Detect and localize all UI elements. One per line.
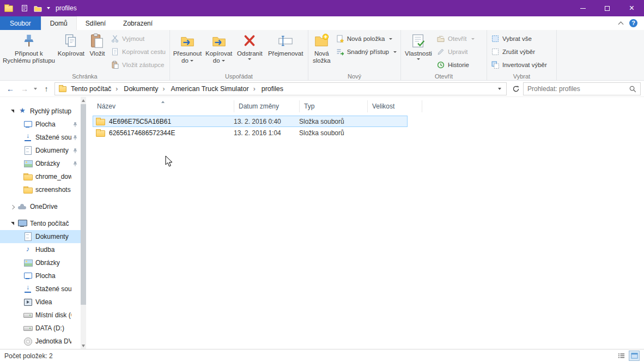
qat-new-folder-button[interactable] — [32, 2, 44, 14]
sidebar-item[interactable]: Obrázky — [0, 157, 81, 170]
sidebar-item-label: Videa — [35, 298, 71, 306]
breadcrumb-segment[interactable]: profiles — [258, 85, 285, 93]
new-folder-button[interactable]: Nová složka — [310, 31, 333, 71]
qat-customize-dropdown-icon[interactable] — [47, 7, 50, 9]
file-row[interactable]: 4E696E75C5A16B61 13. 2. 2016 0:40 Složka… — [93, 116, 408, 127]
invert-selection-button[interactable]: Invertovat výběr — [489, 59, 549, 71]
sidebar-item-label: Tento počítač — [30, 220, 71, 227]
file-list-pane[interactable]: Název Datum změny Typ Velikost 4E696E75C… — [86, 97, 644, 349]
sidebar-item[interactable]: chrome_downlo — [0, 170, 81, 183]
help-icon[interactable] — [629, 19, 637, 27]
invert-selection-icon — [491, 61, 500, 69]
up-button[interactable] — [39, 82, 53, 96]
breadcrumb-separator-icon[interactable] — [113, 85, 120, 93]
copy-button[interactable]: Kopírovat — [56, 31, 86, 71]
ribbon: Připnout k Rychlému přístupu Kopírovat V… — [0, 30, 644, 81]
minimize-button[interactable] — [570, 0, 595, 16]
main-area: Rychlý přístup Plocha Stažené soub Dokum… — [0, 97, 644, 349]
scrollbar-thumb[interactable] — [81, 104, 86, 305]
sidebar-item[interactable]: Hudba — [0, 243, 81, 256]
paste-button[interactable]: Vložit — [86, 31, 108, 71]
qat-properties-button[interactable] — [19, 2, 31, 14]
sidebar-item[interactable]: Plocha — [0, 269, 81, 282]
forward-button[interactable] — [17, 82, 32, 96]
select-all-icon — [491, 34, 500, 43]
file-row[interactable]: 62656174686572344E 13. 2. 2016 1:04 Slož… — [93, 127, 408, 138]
expand-chevron-icon[interactable] — [10, 221, 16, 227]
expand-chevron-icon[interactable] — [10, 204, 16, 210]
pin-to-quick-access-button[interactable]: Připnout k Rychlému přístupu — [2, 31, 56, 71]
select-none-button[interactable]: Zrušit výběr — [489, 46, 549, 58]
breadcrumb-segment[interactable]: Dokumenty — [120, 85, 160, 93]
refresh-button[interactable] — [509, 82, 523, 96]
breadcrumb-segment[interactable]: Tento počítač — [68, 85, 113, 93]
sidebar-item[interactable]: Videa — [0, 295, 81, 309]
breadcrumb: Tento počítačDokumentyAmerican Truck Sim… — [68, 83, 285, 95]
music-icon — [23, 245, 33, 254]
sidebar-item[interactable]: screenshots — [0, 183, 81, 196]
sidebar-item[interactable]: Stažené soub — [0, 131, 81, 144]
address-dropdown-icon[interactable] — [498, 88, 501, 90]
sidebar-item[interactable]: Tento počítač — [0, 217, 81, 230]
recent-locations-dropdown-icon[interactable] — [34, 88, 37, 90]
group-label-clipboard: Schránka — [0, 73, 169, 80]
breadcrumb-separator-icon[interactable] — [160, 85, 168, 93]
cloud-icon — [17, 202, 27, 211]
delete-button[interactable]: Odstranit — [235, 31, 265, 71]
sidebar-scrollbar[interactable] — [81, 97, 86, 349]
copy-path-button[interactable]: Kopírovat cestu — [108, 46, 168, 58]
new-item-button[interactable]: Nová položka — [333, 33, 399, 45]
edit-button[interactable]: Upravit — [434, 46, 477, 58]
sidebar-item[interactable]: Dokumenty — [0, 144, 81, 157]
history-button[interactable]: Historie — [434, 59, 477, 71]
close-button[interactable] — [619, 0, 644, 16]
sidebar-item[interactable]: OneDrive — [0, 200, 81, 213]
select-all-button[interactable]: Vybrat vše — [489, 33, 549, 45]
expand-chevron-icon[interactable] — [10, 108, 16, 114]
tab-file[interactable]: Soubor — [0, 16, 41, 30]
back-button[interactable] — [3, 82, 17, 96]
tab-view[interactable]: Zobrazení — [114, 16, 161, 30]
downloads-icon — [23, 285, 33, 293]
collapse-ribbon-icon[interactable] — [618, 21, 624, 27]
minimize-icon — [580, 8, 586, 9]
cut-button[interactable]: Vyjmout — [108, 33, 168, 45]
breadcrumb-separator-icon[interactable] — [251, 85, 258, 93]
scroll-up-icon[interactable] — [81, 97, 86, 104]
sidebar-item[interactable]: Plocha — [0, 118, 81, 131]
sidebar-item[interactable]: Rychlý přístup — [0, 105, 81, 118]
scroll-down-icon[interactable] — [81, 342, 86, 349]
thumbnails-view-button[interactable] — [629, 351, 640, 361]
easy-access-button[interactable]: Snadný přístup — [333, 46, 399, 58]
dropdown-icon — [389, 38, 392, 40]
sidebar-item-label: Plocha — [35, 120, 71, 128]
sidebar-item[interactable]: Dokumenty — [0, 230, 81, 243]
star-icon — [17, 107, 27, 116]
new-folder-icon — [313, 33, 330, 49]
rename-button[interactable]: Přejmenovat — [265, 31, 306, 71]
disk-icon — [23, 324, 33, 333]
sidebar-item[interactable]: Jednotka DVD RW — [0, 335, 81, 348]
column-header-type[interactable]: Typ — [300, 100, 368, 112]
sidebar-item[interactable]: Stažené soubory — [0, 282, 81, 295]
search-input[interactable] — [527, 85, 627, 93]
breadcrumb-segment[interactable]: American Truck Simulator — [168, 85, 251, 93]
open-button[interactable]: Otevřít — [434, 33, 477, 45]
column-header-size[interactable]: Velikost — [368, 100, 422, 112]
address-box[interactable]: Tento počítačDokumentyAmerican Truck Sim… — [54, 82, 507, 95]
sidebar-item[interactable]: DATA (D:) — [0, 322, 81, 335]
search-icon[interactable] — [629, 85, 637, 93]
sidebar-item[interactable]: Obrázky — [0, 256, 81, 269]
tab-share[interactable]: Sdílení — [77, 16, 114, 30]
tab-home[interactable]: Domů — [41, 16, 77, 30]
maximize-button[interactable] — [595, 0, 619, 16]
copy-to-button[interactable]: Kopírovat do — [203, 31, 235, 71]
sidebar-item[interactable]: Místní disk (C:) — [0, 309, 81, 322]
column-header-name[interactable]: Název — [93, 100, 234, 112]
move-to-button[interactable]: Přesunout do — [172, 31, 203, 71]
file-type: Složka souborů — [299, 118, 367, 125]
paste-shortcut-button[interactable]: Vložit zástupce — [108, 59, 168, 71]
properties-button[interactable]: Vlastnosti — [403, 31, 434, 71]
details-view-button[interactable] — [616, 351, 627, 361]
column-header-date-modified[interactable]: Datum změny — [234, 100, 300, 112]
